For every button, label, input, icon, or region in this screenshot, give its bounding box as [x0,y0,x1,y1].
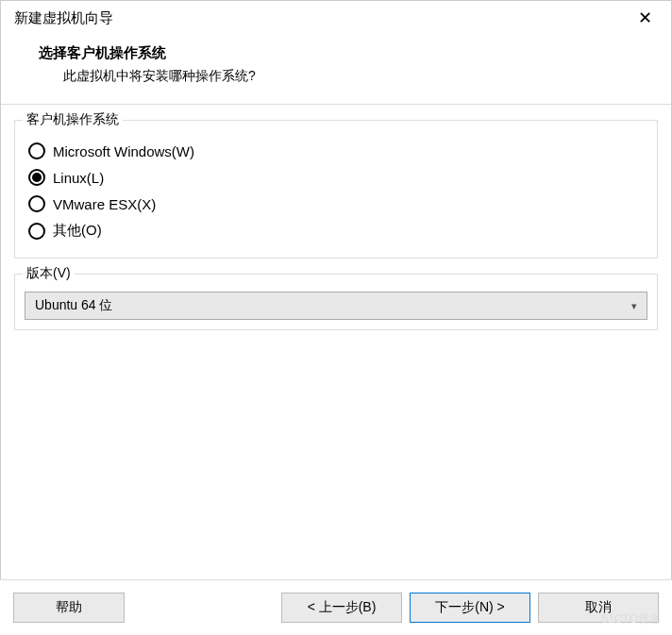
window-title: 新建虚拟机向导 [14,9,113,27]
dropdown-value: Ubuntu 64 位 [35,297,113,314]
page-subtitle: 此虚拟机中将安装哪种操作系统? [16,68,656,85]
button-bar: 帮助 < 上一步(B) 下一步(N) > 取消 [0,579,672,635]
radio-label: 其他(O) [53,222,102,240]
radio-vmware-esx[interactable]: VMware ESX(X) [28,191,644,217]
version-legend: 版本(V) [23,265,75,282]
version-dropdown[interactable]: Ubuntu 64 位 ▾ [25,292,647,320]
radio-other[interactable]: 其他(O) [28,217,644,244]
close-icon[interactable]: ✕ [632,9,658,26]
os-fieldset: 客户机操作系统 Microsoft Windows(W) Linux(L) VM… [14,120,658,259]
radio-icon [28,169,45,186]
chevron-down-icon: ▾ [631,300,637,312]
radio-icon [28,223,45,240]
os-legend: 客户机操作系统 [23,111,123,128]
version-fieldset: 版本(V) Ubuntu 64 位 ▾ [14,274,658,330]
radio-icon [28,195,45,212]
back-button[interactable]: < 上一步(B) [281,593,402,623]
radio-windows[interactable]: Microsoft Windows(W) [28,138,644,164]
page-title: 选择客户机操作系统 [16,44,656,62]
radio-label: Linux(L) [53,170,104,186]
content-area: 客户机操作系统 Microsoft Windows(W) Linux(L) VM… [1,105,671,330]
radio-linux[interactable]: Linux(L) [28,164,644,191]
radio-label: VMware ESX(X) [53,196,156,212]
next-button[interactable]: 下一步(N) > [410,593,530,623]
wizard-header: 选择客户机操作系统 此虚拟机中将安装哪种操作系统? [1,35,671,104]
radio-label: Microsoft Windows(W) [53,143,194,159]
cancel-button[interactable]: 取消 [538,593,659,623]
title-bar: 新建虚拟机向导 ✕ [1,1,671,35]
radio-icon [28,142,45,159]
help-button[interactable]: 帮助 [13,593,125,623]
